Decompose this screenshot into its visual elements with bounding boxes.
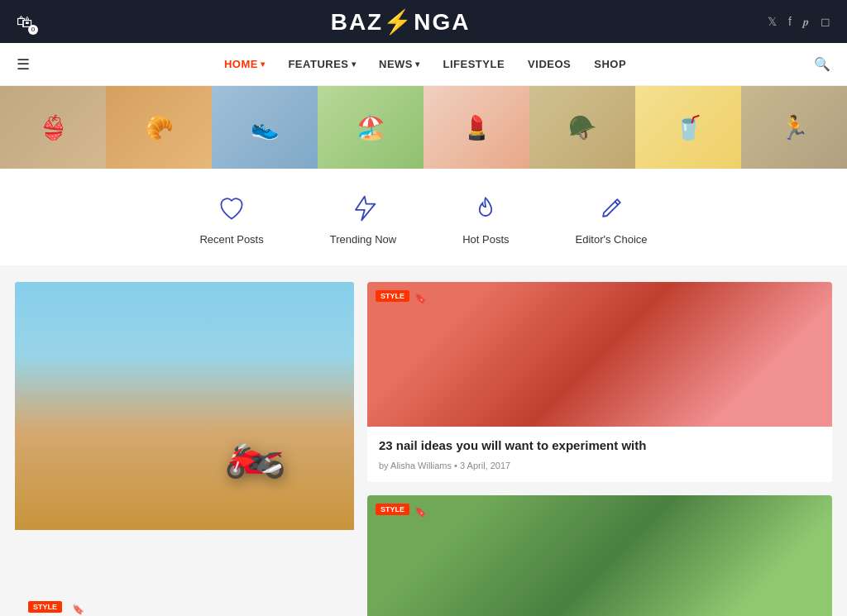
nav-item-videos[interactable]: VIDEOS	[518, 58, 581, 70]
lightning-icon	[347, 192, 380, 225]
hero-image-4[interactable]: 🏖️	[318, 86, 424, 169]
hero-image-7[interactable]: 🥤	[635, 86, 741, 169]
nav-item-shop[interactable]: SHOP	[584, 58, 636, 70]
side-post-1-date: 3 April, 2017	[460, 461, 510, 470]
hero-image-3[interactable]: 👟	[212, 86, 318, 169]
bag-icon[interactable]: 🛍 0	[17, 12, 33, 31]
category-label-editors: Editor's Choice	[576, 233, 648, 246]
main-post-content: Style 🔖 Staff picks: the gear we want th…	[15, 588, 354, 616]
nav-bar: ☰ HOME ▾ FEATURES ▾ NEWS ▾ LIFESTYLE VID…	[0, 43, 847, 86]
home-arrow-icon: ▾	[261, 60, 266, 69]
category-label-trending: Trending Now	[330, 233, 396, 246]
side-post-1[interactable]: Style 🔖 23 nail ideas you will want to e…	[367, 282, 832, 482]
side-post-1-bookmark: 🔖	[414, 293, 427, 304]
social-icons: 𝕏 f 𝒑 ◻	[768, 15, 830, 29]
nav-item-news[interactable]: NEWS ▾	[369, 58, 430, 70]
news-arrow-icon: ▾	[415, 60, 420, 69]
side-post-2-image: Style 🔖	[367, 495, 832, 616]
side-post-1-overlay: Style 🔖	[376, 290, 427, 307]
bookmark-icon: 🔖	[72, 604, 84, 615]
pencil-icon	[595, 192, 628, 225]
posts-section: Style 🔖 Staff picks: the gear we want th…	[0, 265, 847, 616]
nav-item-lifestyle[interactable]: LIFESTYLE	[433, 58, 515, 70]
main-post-badge: Style	[28, 601, 62, 613]
side-posts: Style 🔖 23 nail ideas you will want to e…	[367, 282, 832, 616]
flame-icon	[469, 192, 502, 225]
search-icon[interactable]: 🔍	[814, 56, 830, 72]
category-hot-posts[interactable]: Hot Posts	[462, 192, 509, 246]
side-post-2-badge: Style	[376, 504, 409, 515]
side-post-1-meta: by Alisha Williams • 3 April, 2017	[379, 461, 821, 470]
top-bar: 🛍 0 BAZ⚡NGA 𝕏 f 𝒑 ◻	[0, 0, 847, 43]
top-bar-left: 🛍 0	[17, 12, 33, 31]
nav-item-features[interactable]: FEATURES ▾	[278, 58, 366, 70]
side-post-2[interactable]: Style 🔖 The best apps to make travel eas…	[367, 495, 832, 616]
hero-image-6[interactable]: 🪖	[529, 86, 635, 169]
hero-image-2[interactable]: 🥐	[106, 86, 212, 169]
category-trending[interactable]: Trending Now	[330, 192, 396, 246]
main-post-image	[15, 282, 354, 530]
hero-strip: 👙 🥐 👟 🏖️ 💄 🪖 🥤 🏃	[0, 86, 847, 169]
category-editors-choice[interactable]: Editor's Choice	[576, 192, 648, 246]
hamburger-menu[interactable]: ☰	[17, 55, 30, 74]
logo-text-2: NGA	[414, 9, 470, 35]
nav-item-home[interactable]: HOME ▾	[214, 58, 275, 70]
main-post[interactable]: Style 🔖 Staff picks: the gear we want th…	[15, 282, 354, 616]
side-post-1-title: 23 nail ideas you will want to experimen…	[379, 437, 821, 454]
category-section: Recent Posts Trending Now Hot Posts Edit…	[0, 169, 847, 265]
side-post-1-image: Style 🔖	[367, 282, 832, 427]
pinterest-icon[interactable]: 𝒑	[803, 15, 809, 29]
instagram-icon[interactable]: ◻	[821, 15, 830, 28]
side-post-2-overlay: Style 🔖	[376, 504, 427, 520]
side-post-1-content: 23 nail ideas you will want to experimen…	[367, 427, 832, 482]
bag-count: 0	[28, 25, 38, 35]
category-recent-posts[interactable]: Recent Posts	[199, 192, 263, 246]
logo-lightning: ⚡	[383, 9, 414, 35]
site-logo[interactable]: BAZ⚡NGA	[331, 8, 471, 36]
heart-icon	[215, 192, 248, 225]
features-arrow-icon: ▾	[352, 60, 357, 69]
moto-scene	[15, 282, 354, 530]
side-post-1-author: by Alisha Williams	[379, 461, 452, 470]
side-post-1-badge: Style	[376, 290, 409, 302]
logo-text-1: BAZ	[331, 9, 384, 35]
facebook-icon[interactable]: f	[788, 15, 792, 28]
side-post-2-bookmark: 🔖	[414, 506, 427, 518]
category-label-hot: Hot Posts	[462, 233, 509, 246]
hero-image-5[interactable]: 💄	[424, 86, 529, 169]
category-label-recent: Recent Posts	[199, 233, 263, 246]
nav-links: HOME ▾ FEATURES ▾ NEWS ▾ LIFESTYLE VIDEO…	[214, 58, 636, 70]
hero-image-8[interactable]: 🏃	[741, 86, 847, 169]
hero-image-1[interactable]: 👙	[0, 86, 106, 169]
twitter-icon[interactable]: 𝕏	[768, 15, 777, 28]
nav-left: ☰	[17, 55, 36, 74]
